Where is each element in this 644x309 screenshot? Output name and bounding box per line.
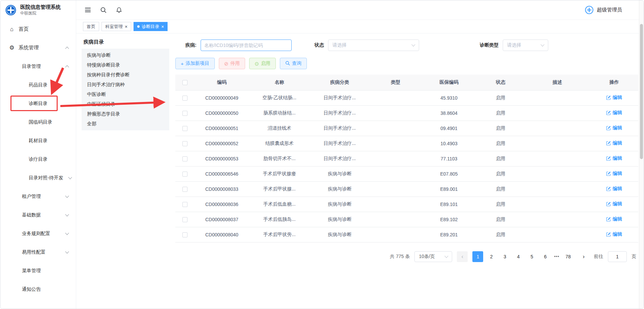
goto-page-input[interactable] xyxy=(608,251,627,262)
sidebar-item-tenant-management[interactable]: 租户管理 xyxy=(0,187,76,206)
sidebar-item-treatment-catalog[interactable]: 诊疗目录 xyxy=(0,150,76,169)
close-icon[interactable]: × xyxy=(161,24,164,29)
row-checkbox[interactable] xyxy=(182,217,187,222)
row-select-cell xyxy=(175,212,194,227)
row-checkbox[interactable] xyxy=(182,126,187,131)
edit-button[interactable]: 编辑 xyxy=(606,231,622,237)
page-button-4[interactable]: 4 xyxy=(513,251,524,262)
page-button-1[interactable]: 1 xyxy=(472,251,483,262)
edit-button[interactable]: 编辑 xyxy=(606,201,622,207)
home-icon: ⌂ xyxy=(8,26,15,32)
pagination-ellipsis-icon[interactable]: ••• xyxy=(553,254,560,259)
cell-code: CD0000008033 xyxy=(194,181,249,197)
catalog-item-tcm-diagnosis[interactable]: 中医诊断 xyxy=(82,89,169,99)
catalog-item-tcm-syndrome[interactable]: 中医证候目录 xyxy=(82,99,169,109)
sidebar-item-system-management[interactable]: ⚙系统管理 xyxy=(0,38,76,57)
pagination: 共 775 条 10条/页 ‹ 123456•••78 › 前往 页 xyxy=(175,251,638,262)
edit-button[interactable]: 编辑 xyxy=(606,155,622,161)
sidebar-item-menu-management[interactable]: 菜单管理 xyxy=(0,261,76,280)
tab-home[interactable]: 首页 xyxy=(83,22,99,31)
page-button-78[interactable]: 78 xyxy=(563,251,574,262)
page-button-6[interactable]: 6 xyxy=(540,251,551,262)
column-header-status: 状态 xyxy=(476,75,525,90)
row-checkbox[interactable] xyxy=(182,202,187,207)
edit-button[interactable]: 编辑 xyxy=(606,216,622,222)
notification-bell-icon[interactable] xyxy=(116,7,122,14)
cell-type xyxy=(370,136,421,151)
sidebar-item-catalog-mapping[interactable]: 目录对照-待开发 xyxy=(0,169,76,187)
table-row: CD0000000053肋骨切开术不...日间手术治疗...77.1103启用编… xyxy=(175,151,638,166)
sidebar-item-base-data[interactable]: 基础数据 xyxy=(0,206,76,224)
cell-category: 疾病与诊断 xyxy=(310,212,370,227)
catalog-item-special-chronic-diagnosis[interactable]: 特慢病诊断目录 xyxy=(82,60,169,70)
row-checkbox[interactable] xyxy=(182,172,187,177)
next-page-button[interactable]: › xyxy=(578,251,589,262)
user-name: 超级管理员 xyxy=(597,7,622,13)
catalog-item-day-surgery-disease[interactable]: 日间手术治疗病种 xyxy=(82,80,169,89)
catalog-item-disease-and-diagnosis[interactable]: 疾病与诊断 xyxy=(82,50,169,60)
sidebar-item-national-code-catalog[interactable]: 国临码目录 xyxy=(0,113,76,131)
sidebar-item-home[interactable]: ⌂首页 xyxy=(0,20,76,38)
row-select-cell xyxy=(175,181,194,197)
diagnosis-table: 编码名称疾病分类类型医保编码状态描述操作 CD0000000049空肠-乙状结肠… xyxy=(175,75,638,242)
row-checkbox[interactable] xyxy=(182,96,187,101)
chevron-down-icon xyxy=(68,175,72,179)
column-header-description: 描述 xyxy=(525,75,590,90)
cell-status: 启用 xyxy=(476,166,525,181)
row-checkbox[interactable] xyxy=(182,232,187,237)
row-checkbox[interactable] xyxy=(182,156,187,161)
edit-button[interactable]: 编辑 xyxy=(606,140,622,146)
disease-search-input[interactable] xyxy=(201,40,292,51)
page-size-select[interactable]: 10条/页 xyxy=(414,251,452,262)
page-button-2[interactable]: 2 xyxy=(486,251,497,262)
sidebar-item-label: 易用性配置 xyxy=(22,249,46,255)
cell-insurance-code: E89.101 xyxy=(421,197,476,212)
menu-collapse-icon[interactable] xyxy=(85,8,91,12)
sidebar-item-drug-catalog[interactable]: 药品目录 xyxy=(0,76,76,94)
status-select[interactable]: 请选择 xyxy=(328,40,419,51)
hospital-name: 中联医院 xyxy=(20,10,61,16)
sidebar-item-consumable-catalog[interactable]: 耗材目录 xyxy=(0,131,76,150)
edit-button[interactable]: 编辑 xyxy=(606,125,622,131)
cell-action: 编辑 xyxy=(590,181,638,197)
enable-button[interactable]: ⊙ 启用 xyxy=(249,58,276,69)
sidebar-item-diagnosis-catalog[interactable]: 诊断目录 xyxy=(0,94,76,113)
page-button-3[interactable]: 3 xyxy=(499,251,510,262)
row-select-cell xyxy=(175,166,194,181)
diagnosis-type-select[interactable]: 请选择 xyxy=(503,40,548,51)
catalog-item-dip-payment-diagnosis[interactable]: 按病种目录付费诊断 xyxy=(82,70,169,80)
disable-button[interactable]: ⊘ 停用 xyxy=(219,58,245,69)
vertical-scrollbar[interactable] xyxy=(639,0,644,309)
catalog-item-tumor-morphology[interactable]: 肿瘤形态学目录 xyxy=(82,109,169,119)
edit-button[interactable]: 编辑 xyxy=(606,95,622,101)
add-item-button[interactable]: + 添加新项目 xyxy=(175,58,215,69)
table-row: CD0000008033手术后甲状腺...疾病与诊断E89.001启用编辑 xyxy=(175,181,638,197)
sidebar-item-usability-config[interactable]: 易用性配置 xyxy=(0,243,76,261)
sidebar-item-business-rule-config[interactable]: 业务规则配置 xyxy=(0,224,76,243)
sidebar-item-catalog-management[interactable]: 目录管理 xyxy=(0,57,76,76)
row-checkbox[interactable] xyxy=(182,111,187,116)
catalog-item-all[interactable]: 全部 xyxy=(82,119,169,129)
close-icon[interactable]: × xyxy=(125,24,127,29)
scrollbar-thumb[interactable] xyxy=(640,24,643,159)
edit-button[interactable]: 编辑 xyxy=(606,110,622,116)
sidebar-item-label: 国临码目录 xyxy=(29,119,52,125)
row-checkbox[interactable] xyxy=(182,187,187,192)
prev-page-button[interactable]: ‹ xyxy=(457,251,468,262)
select-all-checkbox[interactable] xyxy=(182,80,187,85)
cell-insurance-code: 77.1103 xyxy=(421,151,476,166)
cell-type xyxy=(370,166,421,181)
page-button-5[interactable]: 5 xyxy=(526,251,537,262)
edit-button[interactable]: 编辑 xyxy=(606,171,622,177)
tab-department-management[interactable]: 科室管理× xyxy=(101,22,131,31)
edit-button[interactable]: 编辑 xyxy=(606,186,622,192)
page-size-value: 10条/页 xyxy=(419,254,435,260)
search-icon[interactable] xyxy=(100,7,107,13)
cell-name: 结膜囊成形术 xyxy=(249,136,310,151)
user-menu[interactable]: 超级管理员 xyxy=(585,5,622,15)
query-button[interactable]: 查询 xyxy=(280,58,307,69)
row-checkbox[interactable] xyxy=(182,141,187,146)
sidebar-item-notice[interactable]: 通知公告 xyxy=(0,280,76,299)
cell-insurance-code: 10.4903 xyxy=(421,136,476,151)
tab-diagnosis-catalog[interactable]: 诊断目录× xyxy=(134,22,168,31)
